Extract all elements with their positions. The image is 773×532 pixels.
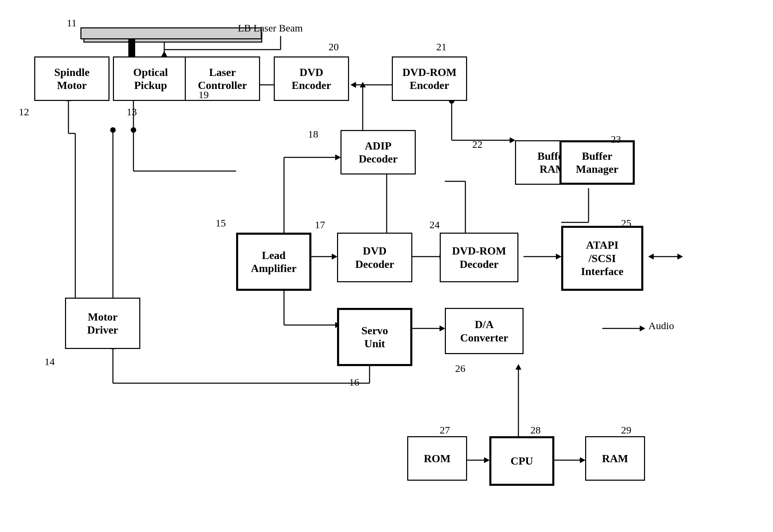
- svg-marker-42: [510, 138, 515, 143]
- svg-marker-28: [360, 82, 365, 87]
- ref-29: 29: [621, 424, 631, 436]
- svg-marker-59: [516, 364, 521, 369]
- audio-label: Audio: [648, 320, 674, 332]
- svg-marker-11: [162, 51, 167, 56]
- ref-25: 25: [621, 217, 631, 229]
- svg-point-14: [131, 127, 136, 133]
- ram-block: RAM: [585, 436, 645, 481]
- lead-amplifier-label: LeadAmplifier: [251, 249, 296, 275]
- spindle-motor-block: SpindleMotor: [34, 56, 109, 101]
- laser-controller-label: LaserController: [198, 66, 247, 92]
- spindle-post: [128, 39, 135, 58]
- ref-18: 18: [308, 128, 318, 140]
- servo-unit-block: ServoUnit: [337, 308, 412, 366]
- motor-driver-label: MotorDriver: [87, 310, 118, 337]
- buffer-manager-block: BufferManager: [559, 140, 635, 185]
- ref-17: 17: [315, 219, 325, 231]
- dvd-encoder-block: DVDEncoder: [274, 56, 349, 101]
- lb-laser-beam-label: LB Laser Beam: [238, 22, 303, 34]
- atapi-scsi-block: ATAPI/SCSIInterface: [561, 226, 643, 291]
- adip-decoder-label: ADIPDecoder: [359, 139, 398, 166]
- ref-11: 11: [67, 17, 77, 29]
- dvd-decoder-label: DVDDecoder: [355, 244, 394, 271]
- dvd-rom-decoder-block: DVD-ROMDecoder: [440, 233, 518, 282]
- lead-amplifier-block: LeadAmplifier: [236, 233, 311, 291]
- ref-20: 20: [328, 41, 339, 53]
- svg-marker-66: [648, 254, 654, 259]
- dvd-decoder-block: DVDDecoder: [337, 233, 412, 282]
- ref-26: 26: [455, 363, 465, 374]
- ref-22: 22: [472, 139, 482, 150]
- cpu-block: CPU: [489, 436, 554, 486]
- ref-19: 19: [198, 89, 209, 101]
- servo-unit-label: ServoUnit: [361, 324, 388, 350]
- ref-15: 15: [216, 217, 226, 229]
- buffer-manager-label: BufferManager: [576, 150, 618, 176]
- rom-block: ROM: [407, 436, 467, 481]
- ref-28: 28: [530, 424, 541, 436]
- ref-23: 23: [611, 133, 621, 145]
- da-converter-label: D/AConverter: [460, 318, 508, 344]
- adip-decoder-block: ADIPDecoder: [340, 130, 416, 174]
- dvd-rom-decoder-label: DVD-ROMDecoder: [452, 244, 506, 271]
- ref-14: 14: [44, 356, 55, 367]
- svg-marker-57: [440, 326, 445, 331]
- disc: [80, 27, 262, 39]
- motor-driver-block: MotorDriver: [65, 298, 140, 349]
- svg-marker-63: [580, 457, 585, 463]
- svg-marker-61: [484, 457, 489, 463]
- dvd-rom-encoder-block: DVD-ROMEncoder: [392, 56, 467, 101]
- svg-marker-65: [678, 254, 683, 259]
- ref-13: 13: [127, 106, 137, 118]
- svg-marker-30: [556, 254, 561, 259]
- optical-pickup-block: OpticalPickup: [113, 56, 188, 101]
- dvd-encoder-label: DVDEncoder: [292, 66, 331, 92]
- spindle-motor-label: SpindleMotor: [54, 66, 89, 92]
- da-converter-block: D/AConverter: [445, 308, 524, 354]
- svg-point-55: [110, 127, 116, 133]
- atapi-scsi-label: ATAPI/SCSIInterface: [581, 238, 623, 278]
- svg-marker-7: [351, 82, 356, 88]
- svg-marker-16: [332, 254, 337, 259]
- ref-24: 24: [429, 219, 440, 231]
- ref-12: 12: [19, 106, 29, 118]
- ref-21: 21: [436, 41, 447, 53]
- dvd-rom-encoder-label: DVD-ROMEncoder: [402, 66, 456, 92]
- block-diagram: 11 SpindleMotor 12 OpticalPickup 13 Lase…: [0, 0, 773, 532]
- rom-label: ROM: [424, 452, 450, 465]
- optical-pickup-label: OpticalPickup: [133, 66, 168, 92]
- svg-marker-45: [640, 326, 645, 331]
- ram-label: RAM: [602, 452, 628, 465]
- ref-16: 16: [349, 376, 359, 388]
- svg-marker-19: [335, 155, 340, 160]
- cpu-label: CPU: [511, 454, 533, 467]
- laser-controller-block: LaserController: [185, 56, 260, 101]
- ref-27: 27: [440, 424, 450, 436]
